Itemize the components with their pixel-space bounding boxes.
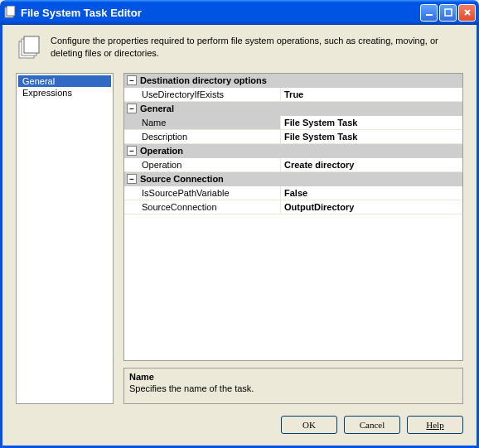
category-destination[interactable]: − Destination directory options (124, 74, 462, 88)
prop-operation[interactable]: Operation Create directory (124, 158, 462, 172)
ok-button[interactable]: OK (281, 416, 337, 434)
filesys-icon (3, 6, 17, 19)
svg-rect-6 (24, 36, 39, 53)
cancel-button[interactable]: Cancel (344, 416, 400, 434)
prop-description[interactable]: Description File System Task (124, 130, 462, 144)
collapse-icon[interactable]: − (127, 104, 137, 113)
collapse-icon[interactable]: − (127, 146, 137, 156)
dialog-buttons: OK Cancel Help (16, 416, 463, 434)
property-help-panel: Name Specifies the name of the task. (123, 368, 463, 404)
dialog-header: Configure the properties required to per… (16, 35, 463, 61)
dialog-description: Configure the properties required to per… (51, 35, 463, 60)
svg-rect-1 (7, 6, 15, 16)
prop-sourceconnection[interactable]: SourceConnection OutputDirectory (124, 200, 462, 214)
prop-name[interactable]: Name File System Task (124, 116, 462, 130)
category-operation[interactable]: − Operation (124, 144, 462, 158)
collapse-icon[interactable]: − (127, 174, 137, 184)
svg-rect-3 (445, 9, 452, 16)
property-grid: − Destination directory options UseDirec… (123, 73, 463, 361)
collapse-icon[interactable]: − (127, 75, 137, 85)
help-button[interactable]: Help (407, 416, 463, 434)
file-stack-icon (16, 35, 42, 61)
maximize-button[interactable] (439, 4, 457, 22)
category-general[interactable]: − General (124, 102, 462, 116)
nav-item-general[interactable]: General (18, 75, 111, 87)
help-title: Name (129, 372, 457, 382)
minimize-button[interactable] (420, 4, 438, 22)
category-source[interactable]: − Source Connection (124, 172, 462, 186)
close-button[interactable] (458, 4, 476, 22)
nav-item-expressions[interactable]: Expressions (18, 87, 111, 99)
svg-rect-2 (426, 14, 433, 16)
titlebar[interactable]: File System Task Editor (0, 0, 479, 25)
prop-issourcepathvariable[interactable]: IsSourcePathVariable False (124, 186, 462, 200)
help-description: Specifies the name of the task. (129, 383, 457, 393)
nav-panel: General Expressions (16, 73, 114, 404)
prop-usedirectoryifexists[interactable]: UseDirectoryIfExists True (124, 88, 462, 102)
window-title: File System Task Editor (21, 7, 420, 19)
